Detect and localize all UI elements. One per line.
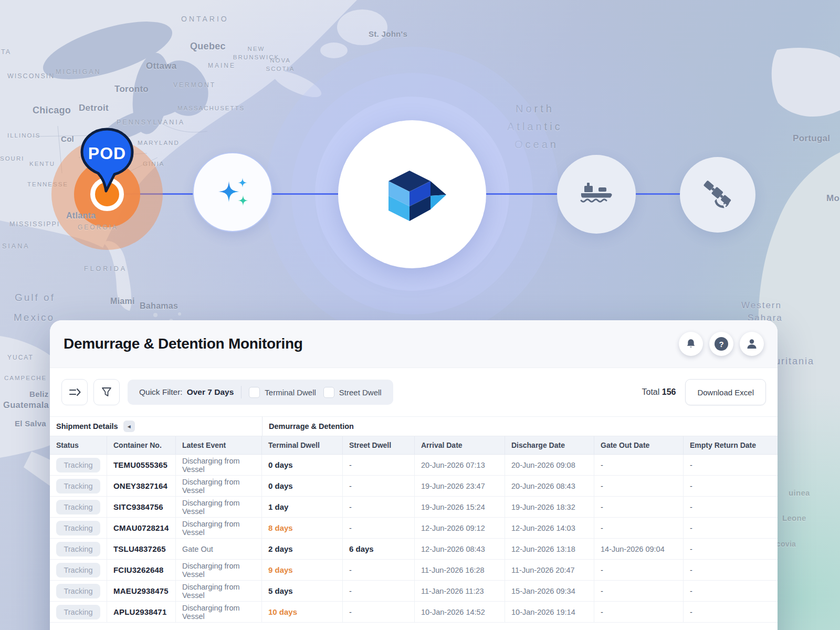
street-dwell: - xyxy=(343,455,415,476)
terminal-dwell: 8 days xyxy=(268,523,293,532)
col-discharge-date[interactable]: Discharge Date xyxy=(505,436,594,455)
map-label: KENTU xyxy=(29,161,55,167)
street-dwell-checkbox-label: Street Dwell xyxy=(339,388,382,397)
gate-out-date: - xyxy=(594,581,684,602)
map-label: Chicago xyxy=(33,105,71,116)
arrival-date: 19-Jun-2026 15:24 xyxy=(415,497,505,518)
status-badge[interactable]: Tracking xyxy=(56,521,100,536)
terminal-dwell: 10 days xyxy=(268,607,297,616)
map-label: Detroit xyxy=(79,103,109,113)
status-badge[interactable]: Tracking xyxy=(56,563,100,578)
latest-event: Discharging from Vessel xyxy=(176,455,262,476)
map-label: PENNSYLVANIA xyxy=(117,119,185,126)
col-container[interactable]: Container No. xyxy=(107,436,176,455)
discharge-date: 20-Jun-2026 08:43 xyxy=(505,476,594,497)
map-label: MISSISSIPPI xyxy=(9,220,60,228)
filter-button[interactable] xyxy=(93,379,120,405)
table-row[interactable]: Tracking TEMU0555365 Discharging from Ve… xyxy=(50,455,778,476)
status-badge[interactable]: Tracking xyxy=(56,500,100,514)
col-status[interactable]: Status xyxy=(50,436,107,455)
help-button[interactable]: ? xyxy=(709,332,733,356)
street-dwell-checkbox[interactable]: Street Dwell xyxy=(323,387,382,398)
map-label: Ottawa xyxy=(146,61,176,71)
quick-filter-value[interactable]: Over 7 Days xyxy=(187,387,234,397)
empty-return-date: - xyxy=(684,455,778,476)
divider xyxy=(241,386,242,398)
map-label: uinea xyxy=(789,488,810,497)
street-dwell: - xyxy=(343,560,415,581)
empty-return-date: - xyxy=(684,539,778,560)
table-toolbar: Quick Filter: Over 7 Days Terminal Dwell… xyxy=(50,368,778,416)
monitoring-panel: Demurrage & Detention Monitoring ? xyxy=(50,320,778,630)
map-label: ONTARIO xyxy=(181,15,229,23)
arrival-date: 10-Jan-2026 14:52 xyxy=(415,602,505,623)
map-label: GEORGIA xyxy=(78,224,118,231)
map-label: uritania xyxy=(775,356,814,367)
container-no: FCIU3262648 xyxy=(107,560,176,581)
terminal-dwell-checkbox[interactable]: Terminal Dwell xyxy=(249,387,316,398)
collapse-panel-icon xyxy=(68,386,81,398)
col-terminal-dwell[interactable]: Terminal Dwell xyxy=(262,436,343,455)
user-profile-button[interactable] xyxy=(740,332,764,356)
satellite-node xyxy=(680,157,755,233)
col-gate-out-date[interactable]: Gate Out Date xyxy=(594,436,684,455)
table-row[interactable]: Tracking APLU2938471 Discharging from Ve… xyxy=(50,602,778,623)
notifications-button[interactable] xyxy=(679,332,703,356)
street-dwell: - xyxy=(343,497,415,518)
table-group-header: Shipment Details ◂ Demurrage & Detention xyxy=(50,416,778,436)
map-label: Portugal xyxy=(793,133,830,144)
arrival-date: 11-Jan-2026 11:23 xyxy=(415,581,505,602)
latest-event: Discharging from Vessel xyxy=(176,581,262,602)
col-arrival-date[interactable]: Arrival Date xyxy=(415,436,505,455)
table-row[interactable]: Tracking CMAU0728214 Discharging from Ve… xyxy=(50,518,778,539)
street-dwell: - xyxy=(343,581,415,602)
col-street-dwell[interactable]: Street Dwell xyxy=(343,436,415,455)
container-no: SITC9384756 xyxy=(107,497,176,518)
group-demurrage-label: Demurrage & Detention xyxy=(269,422,354,430)
map-label: NOVA SCOTIA xyxy=(261,57,299,73)
quick-filter-label: Quick Filter: xyxy=(139,387,183,397)
status-badge[interactable]: Tracking xyxy=(56,542,100,556)
container-no: CMAU0728214 xyxy=(107,518,176,539)
cube-logo-icon xyxy=(377,163,447,225)
table-row[interactable]: Tracking TSLU4837265 Gate Out 2 days 6 d… xyxy=(50,539,778,560)
sparkles-icon xyxy=(215,176,250,208)
map-label: Beliz xyxy=(29,390,49,398)
checkbox-box xyxy=(323,387,334,398)
user-icon xyxy=(746,338,758,350)
terminal-dwell: 1 day xyxy=(268,502,288,511)
discharge-date: 10-Jan-2026 19:14 xyxy=(505,602,594,623)
app-screen: { "map": { "labels": { "ontario":"ONTARI… xyxy=(0,0,840,630)
panel-header: Demurrage & Detention Monitoring ? xyxy=(50,320,778,368)
map-label: VERMONT xyxy=(173,81,216,89)
container-no: TEMU0555365 xyxy=(107,455,176,476)
latest-event: Discharging from Vessel xyxy=(176,602,262,623)
table-row[interactable]: Tracking FCIU3262648 Discharging from Ve… xyxy=(50,560,778,581)
table-row[interactable]: Tracking MAEU2938475 Discharging from Ve… xyxy=(50,581,778,602)
map-label: SOURI xyxy=(0,155,24,162)
status-badge[interactable]: Tracking xyxy=(56,458,100,472)
gate-out-date: - xyxy=(594,602,684,623)
status-badge[interactable]: Tracking xyxy=(56,605,100,620)
street-dwell: - xyxy=(343,602,415,623)
status-badge[interactable]: Tracking xyxy=(56,584,100,598)
table-row[interactable]: Tracking ONEY3827164 Discharging from Ve… xyxy=(50,476,778,497)
platform-logo-node xyxy=(338,120,486,268)
gate-out-date: - xyxy=(594,455,684,476)
status-badge[interactable]: Tracking xyxy=(56,479,100,494)
collapse-group-button[interactable]: ◂ xyxy=(123,421,135,432)
map-label: Miami xyxy=(110,297,135,306)
map-label: CAMPECHE xyxy=(4,375,47,381)
download-excel-button[interactable]: Download Excel xyxy=(685,379,766,405)
arrival-date: 12-Jun-2026 09:12 xyxy=(415,518,505,539)
arrival-date: 19-Jun-2026 23:47 xyxy=(415,476,505,497)
latest-event: Discharging from Vessel xyxy=(176,560,262,581)
map-label: YUCAT xyxy=(7,354,34,361)
col-latest-event[interactable]: Latest Event xyxy=(176,436,262,455)
col-empty-return-date[interactable]: Empty Return Date xyxy=(684,436,778,455)
expand-columns-button[interactable] xyxy=(61,379,88,405)
discharge-date: 20-Jun-2026 09:08 xyxy=(505,455,594,476)
map-label: SIANA xyxy=(2,243,30,250)
table-row[interactable]: Tracking SITC9384756 Discharging from Ve… xyxy=(50,497,778,518)
question-icon: ? xyxy=(714,337,729,351)
